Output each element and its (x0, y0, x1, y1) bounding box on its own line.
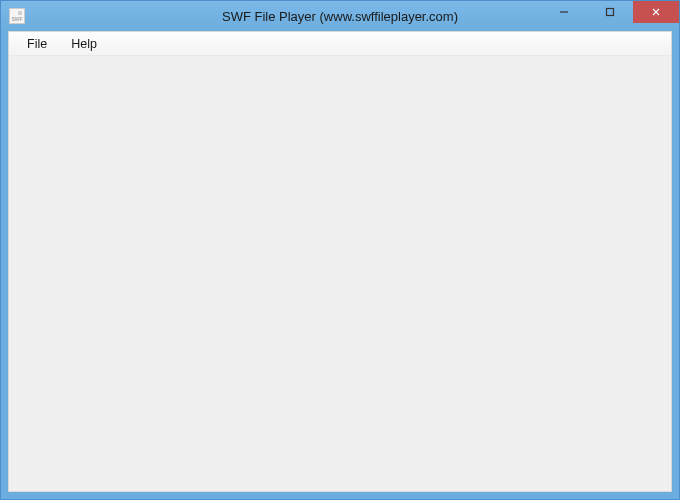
app-icon-label: SWF (11, 17, 22, 23)
minimize-icon (559, 7, 569, 17)
window-controls (541, 1, 679, 23)
window-title: SWF File Player (www.swffileplayer.com) (222, 9, 458, 24)
minimize-button[interactable] (541, 1, 587, 23)
titlebar[interactable]: SWF SWF File Player (www.swffileplayer.c… (1, 1, 679, 31)
close-icon (651, 7, 661, 17)
maximize-button[interactable] (587, 1, 633, 23)
close-button[interactable] (633, 1, 679, 23)
svg-rect-1 (607, 9, 614, 16)
client-area: File Help (8, 31, 672, 492)
menubar: File Help (9, 32, 671, 56)
menu-help[interactable]: Help (59, 34, 109, 54)
app-icon: SWF (9, 8, 25, 24)
content-area (9, 56, 671, 491)
maximize-icon (605, 7, 615, 17)
application-window: SWF SWF File Player (www.swffileplayer.c… (0, 0, 680, 500)
menu-file[interactable]: File (15, 34, 59, 54)
